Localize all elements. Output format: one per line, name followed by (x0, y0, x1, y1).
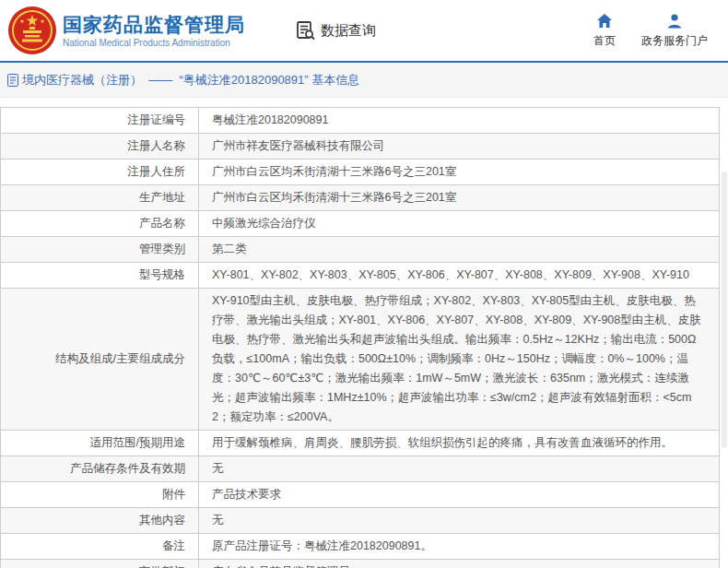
row-label: 型号规格 (1, 263, 199, 289)
row-value: 产品技术要求 (199, 482, 720, 508)
row-value: XY-910型由主机、皮肤电极、热疗带组成；XY-802、XY-803、XY-8… (199, 289, 720, 431)
row-label-text: 结构及组成/主要组成成分 (55, 352, 185, 365)
scrollbar-thumb[interactable] (722, 172, 727, 448)
table-row: 适用范围/预期用途用于缓解颈椎病、肩周炎、腰肌劳损、软组织损伤引起的疼痛，具有改… (1, 431, 720, 456)
row-label: 适用范围/预期用途 (1, 431, 199, 456)
row-label-text: 型号规格 (139, 268, 185, 281)
table-row: 其他内容无 (1, 508, 720, 534)
org-name-en: National Medical Products Administration (63, 38, 245, 48)
row-label-text: 附件 (162, 488, 185, 501)
document-icon (7, 74, 18, 87)
row-label: 其他内容 (1, 508, 199, 534)
row-label-text: 注册人住所 (128, 165, 186, 178)
table-row: 结构及组成/主要组成成分XY-910型由主机、皮肤电极、热疗带组成；XY-802… (1, 289, 720, 431)
row-value: XY-801、XY-802、XY-803、XY-805、XY-806、XY-80… (199, 263, 720, 289)
table-row: 注册人住所广州市白云区均禾街清湖十三米路6号之三201室 (1, 160, 720, 185)
user-icon (666, 13, 683, 30)
row-label-text: 产品名称 (139, 217, 185, 230)
table-wrap: 注册证编号粤械注准20182090891注册人名称广州市祥友医疗器械科技有限公司… (0, 98, 728, 568)
row-value: 无 (199, 456, 720, 482)
info-table: 注册证编号粤械注准20182090891注册人名称广州市祥友医疗器械科技有限公司… (0, 107, 720, 568)
data-query-label: 数据查询 (321, 22, 376, 40)
document-search-icon (296, 20, 316, 41)
row-value: 第二类 (199, 237, 720, 263)
table-row: 注册证编号粤械注准20182090891 (1, 108, 720, 134)
row-value: 粤械注准20182090891 (199, 108, 720, 134)
breadcrumb: 境内医疗器械（注册） —— “粤械注准20182090891” 基本信息 (0, 63, 728, 98)
row-label-text: 适用范围/预期用途 (90, 436, 185, 449)
table-row: 生产地址广州市白云区均禾街清湖十三米路6号之三201室 (1, 185, 720, 211)
row-label-text: 管理类别 (139, 243, 185, 255)
row-label: 注册证编号 (1, 108, 199, 134)
brand-block: 国家药品监督管理局 National Medical Products Admi… (63, 13, 245, 48)
row-value: 无 (199, 508, 720, 534)
nav-item-home[interactable]: 首页 (593, 13, 616, 49)
org-name-cn: 国家药品监督管理局 (63, 13, 245, 36)
site-header: 国家药品监督管理局 National Medical Products Admi… (0, 0, 728, 61)
table-row: 管理类别第二类 (1, 237, 720, 263)
row-label: 附件 (1, 482, 199, 508)
nav-item-gov-portal[interactable]: 政务服务门户 (641, 13, 708, 49)
row-value: 中频激光综合治疗仪 (199, 211, 720, 237)
row-label-text: 注册人名称 (128, 139, 186, 152)
row-label: 备注 (1, 534, 199, 560)
row-label: 审批部门 (1, 560, 199, 568)
row-label-text: 备注 (162, 539, 185, 552)
nav-label-gov-portal: 政务服务门户 (641, 33, 708, 49)
page-title: 境内医疗器械（注册） —— “粤械注准20182090891” 基本信息 (22, 72, 359, 89)
info-table-body: 注册证编号粤械注准20182090891注册人名称广州市祥友医疗器械科技有限公司… (1, 108, 720, 568)
row-label-text: 生产地址 (139, 191, 185, 204)
row-label-text: 注册证编号 (128, 113, 186, 126)
table-row: 注册人名称广州市祥友医疗器械科技有限公司 (1, 134, 720, 160)
row-value: 广东省食品药品监督管理局 (199, 560, 720, 568)
row-label: 注册人名称 (1, 134, 199, 160)
row-label: 产品名称 (1, 211, 199, 237)
row-value: 广州市祥友医疗器械科技有限公司 (199, 134, 720, 160)
row-value: 原产品注册证号：粤械注准20182090891。 (199, 534, 720, 560)
row-label: 注册人住所 (1, 160, 199, 185)
nav-label-home: 首页 (593, 33, 616, 49)
row-label-text: 其他内容 (139, 514, 185, 527)
data-query-nav[interactable]: 数据查询 (296, 20, 376, 41)
row-label: 生产地址 (1, 185, 199, 211)
page-scrollbar[interactable] (721, 0, 728, 568)
row-label: 管理类别 (1, 237, 199, 263)
table-row: 产品名称中频激光综合治疗仪 (1, 211, 720, 237)
row-label-text: 产品储存条件及有效期 (70, 462, 185, 475)
table-row: 审批部门广东省食品药品监督管理局 (1, 560, 720, 568)
table-row: 型号规格XY-801、XY-802、XY-803、XY-805、XY-806、X… (1, 263, 720, 289)
row-label: 结构及组成/主要组成成分 (1, 289, 199, 431)
row-value: 用于缓解颈椎病、肩周炎、腰肌劳损、软组织损伤引起的疼痛，具有改善血液循环的作用。 (199, 431, 720, 456)
table-row: 备注原产品注册证号：粤械注准20182090891。 (1, 534, 720, 560)
nmpa-emblem-logo (7, 6, 57, 55)
row-label: 产品储存条件及有效期 (1, 456, 199, 482)
table-row: 产品储存条件及有效期无 (1, 456, 720, 482)
table-row: 附件产品技术要求 (1, 482, 720, 508)
header-nav: 首页 政务服务门户 (593, 13, 719, 49)
home-icon (596, 13, 613, 30)
row-value: 广州市白云区均禾街清湖十三米路6号之三201室 (199, 185, 720, 211)
row-value: 广州市白云区均禾街清湖十三米路6号之三201室 (199, 160, 720, 185)
